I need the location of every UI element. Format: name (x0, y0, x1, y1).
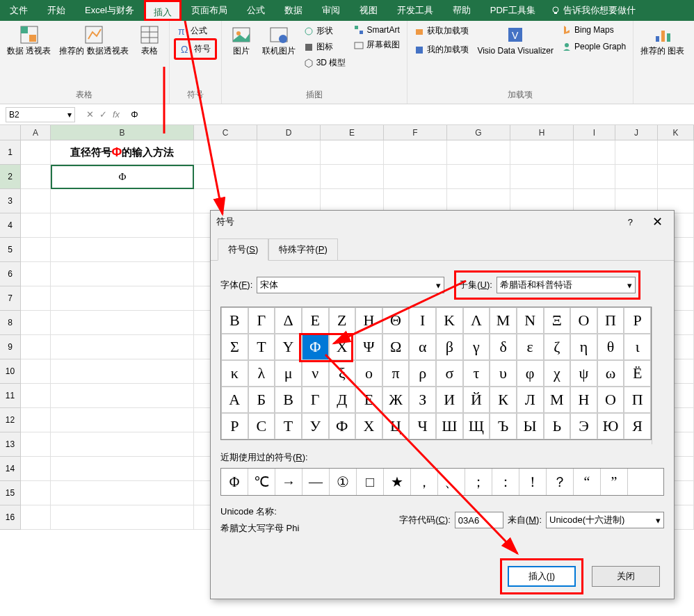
char-cell[interactable]: С (248, 413, 275, 439)
close-icon[interactable]: ✕ (647, 214, 668, 229)
cancel-icon[interactable]: ✕ (86, 109, 94, 120)
char-cell[interactable]: Σ (221, 334, 248, 360)
recommended-pivot-button[interactable]: 推荐的 数据透视表 (56, 24, 131, 57)
cell-B5[interactable] (51, 238, 194, 262)
char-cell[interactable]: Η (355, 307, 382, 334)
char-cell[interactable]: ξ (329, 360, 356, 387)
cell-A6[interactable] (21, 262, 51, 286)
formula-button[interactable]: π 公式 (174, 24, 217, 38)
row-header-2[interactable]: 2 (0, 165, 21, 189)
char-cell[interactable]: Ь (544, 413, 571, 439)
cell-A15[interactable] (21, 481, 51, 505)
recommended-charts-button[interactable]: 推荐的 图表 (638, 24, 687, 57)
char-cell[interactable]: Μ (490, 307, 517, 334)
row-header-8[interactable]: 8 (0, 311, 21, 335)
char-cell[interactable]: Г (302, 387, 329, 413)
insert-button[interactable]: 插入(I) (508, 566, 576, 587)
char-cell[interactable]: Ф (329, 413, 356, 439)
cell-B9[interactable] (51, 335, 194, 359)
tab-data[interactable]: 数据 (275, 0, 312, 21)
char-cell[interactable]: λ (248, 360, 275, 387)
char-cell[interactable]: Щ (463, 413, 490, 439)
cell-A12[interactable] (21, 408, 51, 432)
char-cell[interactable]: Й (463, 387, 490, 413)
cell-B12[interactable] (51, 408, 194, 432)
char-cell[interactable]: γ (463, 334, 490, 360)
char-cell[interactable]: Э (570, 413, 597, 439)
char-cell[interactable]: Τ (248, 334, 275, 360)
online-pictures-button[interactable]: 联机图片 (259, 24, 298, 57)
char-cell[interactable]: β (436, 334, 463, 360)
dialog-titlebar[interactable]: 符号 ? ✕ (211, 211, 674, 233)
cell-G1[interactable] (447, 140, 510, 165)
cell-B1[interactable]: 直径符号Φ的输入方法 (51, 140, 194, 165)
col-header-C[interactable]: C (194, 125, 257, 140)
cell-B14[interactable] (51, 457, 194, 481)
char-cell[interactable]: Ы (517, 413, 544, 439)
recent-cell[interactable]: “ (574, 469, 601, 495)
char-cell[interactable]: Ρ (624, 307, 651, 334)
char-cell[interactable]: Б (248, 387, 275, 413)
char-cell[interactable]: ο (355, 360, 382, 387)
cell-A8[interactable] (21, 311, 51, 335)
recent-cell[interactable]: ！ (519, 469, 547, 495)
row-header-15[interactable]: 15 (0, 481, 21, 505)
recent-cell[interactable]: Φ (221, 469, 248, 495)
char-cell[interactable]: Ν (517, 307, 544, 334)
col-header-A[interactable]: A (21, 125, 51, 140)
char-cell[interactable]: Л (517, 387, 544, 413)
col-header-K[interactable]: K (658, 125, 694, 140)
tab-view[interactable]: 视图 (350, 0, 387, 21)
char-cell[interactable]: Ш (436, 413, 463, 439)
from-combo[interactable]: Unicode(十六进制)▾ (546, 512, 664, 528)
cell-I1[interactable] (574, 140, 615, 165)
recent-cell[interactable]: ” (601, 469, 628, 495)
char-cell[interactable]: Х (355, 413, 382, 439)
char-cell[interactable]: ζ (544, 334, 571, 360)
tab-file[interactable]: 文件 (0, 0, 38, 21)
tab-page-layout[interactable]: 页面布局 (181, 0, 237, 21)
char-cell[interactable]: Ξ (544, 307, 571, 334)
name-box[interactable]: B2 ▾ (6, 107, 75, 122)
cell-B7[interactable] (51, 286, 194, 311)
char-cell[interactable]: θ (597, 334, 624, 360)
3d-model-button[interactable]: 3D 模型 (301, 56, 349, 70)
row-header-14[interactable]: 14 (0, 457, 21, 481)
cell-D2[interactable] (257, 165, 321, 189)
char-cell[interactable]: ε (517, 334, 544, 360)
pictures-button[interactable]: 图片 (226, 24, 257, 57)
shapes-button[interactable]: 形状 (301, 24, 349, 38)
tell-me[interactable]: 告诉我你想要做什 (545, 4, 641, 17)
recent-cell[interactable]: ， (411, 469, 438, 495)
cell-B6[interactable] (51, 262, 194, 286)
char-cell[interactable]: ν (302, 360, 329, 387)
char-cell[interactable]: И (436, 387, 463, 413)
char-cell[interactable]: Π (597, 307, 624, 334)
recent-cell[interactable]: □ (357, 469, 384, 495)
cell-H2[interactable] (510, 165, 574, 189)
char-cell[interactable]: В (275, 387, 302, 413)
visio-button[interactable]: V Visio Data Visualizer (474, 24, 556, 57)
char-cell[interactable]: Р (221, 413, 248, 439)
cell-B13[interactable] (51, 432, 194, 457)
row-header-11[interactable]: 11 (0, 384, 21, 408)
cell-B4[interactable] (51, 213, 194, 238)
charcode-input[interactable] (455, 512, 503, 528)
recent-cell[interactable]: ； (465, 469, 492, 495)
icons-button[interactable]: 图标 (301, 40, 349, 54)
cell-B16[interactable] (51, 505, 194, 530)
char-cell[interactable]: Н (570, 387, 597, 413)
select-all-corner[interactable] (0, 125, 21, 140)
col-header-D[interactable]: D (257, 125, 321, 140)
recent-cell[interactable]: ★ (384, 469, 411, 495)
char-cell[interactable]: Д (329, 387, 356, 413)
char-cell[interactable]: Κ (436, 307, 463, 334)
cell-A10[interactable] (21, 359, 51, 384)
char-cell[interactable]: Ъ (490, 413, 517, 439)
cell-K2[interactable] (658, 165, 694, 189)
cell-A16[interactable] (21, 505, 51, 530)
cell-C1[interactable] (194, 140, 257, 165)
get-addins-button[interactable]: 获取加载项 (412, 24, 471, 38)
row-header-16[interactable]: 16 (0, 505, 21, 530)
cell-A11[interactable] (21, 384, 51, 408)
